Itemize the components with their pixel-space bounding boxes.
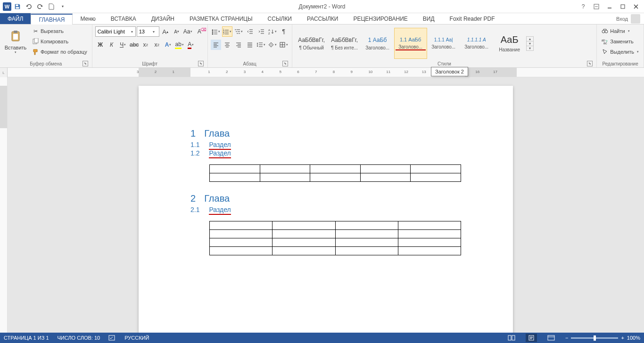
tab-review[interactable]: РЕЦЕНЗИРОВАНИЕ: [346, 13, 415, 24]
ruler-corner[interactable]: L: [0, 68, 8, 77]
tab-mailings[interactable]: РАССЫЛКИ: [299, 13, 346, 24]
tab-foxit[interactable]: Foxit Reader PDF: [442, 13, 503, 24]
font-color-button[interactable]: A: [186, 40, 196, 50]
read-mode-icon[interactable]: [506, 334, 517, 342]
align-left-button[interactable]: [211, 40, 221, 50]
styles-expand[interactable]: ▾: [527, 46, 533, 50]
grow-font-button[interactable]: A▴: [160, 26, 171, 37]
font-name-combo[interactable]: ▾: [95, 26, 136, 37]
zoom-in-button[interactable]: +: [621, 335, 624, 341]
tab-references[interactable]: ССЫЛКИ: [260, 13, 299, 24]
minimize-icon[interactable]: [603, 2, 616, 11]
bullets-button[interactable]: [211, 26, 221, 37]
paragraph-dialog-launcher[interactable]: ⬊: [282, 61, 288, 66]
tab-menu[interactable]: Меню: [73, 13, 103, 24]
new-doc-icon[interactable]: [46, 1, 57, 12]
document-canvas[interactable]: 1Глава 1.1Раздел 1.2Раздел 2Глава 2.1Раз…: [8, 77, 644, 333]
format-painter-button[interactable]: Формат по образцу: [30, 47, 89, 57]
cut-button[interactable]: ✂Вырезать: [30, 26, 89, 36]
decrease-indent-button[interactable]: [245, 26, 255, 37]
undo-icon[interactable]: [24, 1, 34, 12]
show-marks-button[interactable]: ¶: [279, 26, 289, 37]
style-item[interactable]: 1 АаБбЗаголово...: [361, 28, 394, 59]
strike-button[interactable]: abc: [129, 40, 140, 50]
change-case-button[interactable]: Aa: [183, 26, 193, 37]
numbering-button[interactable]: 123: [222, 26, 232, 37]
clipboard-dialog-launcher[interactable]: ⬊: [83, 61, 88, 66]
italic-button[interactable]: К: [107, 40, 117, 50]
zoom-slider[interactable]: [571, 337, 618, 339]
line-spacing-button[interactable]: [256, 40, 266, 50]
qat-more-icon[interactable]: ▾: [58, 1, 68, 12]
styles-scroll-down[interactable]: ▾: [527, 41, 533, 46]
bold-button[interactable]: Ж: [95, 40, 106, 50]
paste-button[interactable]: Вставить ▾: [3, 26, 28, 57]
web-layout-icon[interactable]: [545, 334, 557, 342]
find-button[interactable]: Найти▾: [600, 26, 641, 36]
print-layout-icon[interactable]: [526, 334, 537, 342]
svg-rect-0: [16, 4, 18, 6]
tab-insert[interactable]: ВСТАВКА: [103, 13, 144, 24]
zoom-out-button[interactable]: −: [565, 335, 568, 341]
maximize-icon[interactable]: [617, 2, 629, 11]
svg-rect-26: [548, 335, 554, 340]
heading-1[interactable]: 1Глава: [190, 128, 461, 139]
word-icon: W: [3, 2, 11, 11]
word-count[interactable]: ЧИСЛО СЛОВ: 10: [58, 335, 100, 341]
style-item[interactable]: АаБбВвГг,¶ Обычный: [295, 28, 328, 59]
close-icon[interactable]: [630, 2, 642, 11]
increase-indent-button[interactable]: [256, 26, 266, 37]
ribbon-options-icon[interactable]: [590, 2, 603, 11]
chevron-down-icon[interactable]: ▾: [129, 30, 135, 34]
vertical-ruler[interactable]: [0, 77, 8, 333]
horizontal-ruler[interactable]: 3211234567891011121314151617: [8, 68, 644, 77]
multilevel-button[interactable]: [233, 26, 244, 37]
tab-home[interactable]: ГЛАВНАЯ: [31, 14, 73, 24]
borders-button[interactable]: [279, 40, 289, 50]
shrink-font-button[interactable]: A▾: [172, 26, 182, 37]
copy-button[interactable]: Копировать: [30, 37, 89, 46]
sort-button[interactable]: AZ: [267, 26, 278, 37]
table[interactable]: [209, 221, 461, 255]
tab-view[interactable]: ВИД: [415, 13, 442, 24]
zoom-level[interactable]: 100%: [627, 335, 640, 341]
redo-icon[interactable]: [35, 1, 45, 12]
align-right-button[interactable]: [233, 40, 244, 50]
table[interactable]: [209, 164, 461, 182]
heading-1[interactable]: 2Глава: [190, 193, 461, 204]
styles-scroll-up[interactable]: ▴: [527, 37, 533, 41]
heading-2[interactable]: 2.1Раздел: [190, 206, 461, 213]
font-size-combo[interactable]: ▾: [137, 26, 159, 37]
style-item[interactable]: 1.1.1.1 АЗаголово...: [460, 28, 493, 59]
styles-dialog-launcher[interactable]: ⬊: [587, 61, 593, 66]
heading-2[interactable]: 1.2Раздел: [190, 149, 461, 157]
replace-button[interactable]: abacЗаменить: [600, 37, 641, 46]
justify-button[interactable]: [245, 40, 255, 50]
style-item[interactable]: 1.1 АаБбЗаголово...: [394, 28, 427, 59]
subscript-button[interactable]: x2: [140, 40, 151, 50]
tab-design[interactable]: ДИЗАЙН: [144, 13, 182, 24]
heading-2[interactable]: 1.1Раздел: [190, 141, 461, 148]
save-icon[interactable]: [12, 1, 23, 12]
font-dialog-launcher[interactable]: ⬊: [198, 61, 204, 66]
align-center-button[interactable]: [222, 40, 232, 50]
style-item[interactable]: АаБбВвГг,¶ Без инте...: [328, 28, 361, 59]
tab-layout[interactable]: РАЗМЕТКА СТРАНИЦЫ: [182, 13, 260, 24]
underline-button[interactable]: Ч: [118, 40, 128, 50]
page-indicator[interactable]: СТРАНИЦА 1 ИЗ 1: [4, 335, 49, 341]
highlight-button[interactable]: ab: [174, 40, 185, 50]
tab-file[interactable]: ФАЙЛ: [0, 13, 31, 24]
clear-format-button[interactable]: A⌫: [194, 26, 205, 37]
shading-button[interactable]: [267, 40, 278, 50]
superscript-button[interactable]: x2: [152, 40, 162, 50]
style-item[interactable]: 1.1.1 Аа|Заголово...: [427, 28, 460, 59]
style-item[interactable]: АаБНазвание: [493, 28, 526, 59]
text-effects-button[interactable]: A: [163, 40, 173, 50]
chevron-down-icon[interactable]: ▾: [150, 30, 157, 34]
svg-rect-5: [14, 31, 17, 33]
proofing-icon[interactable]: [108, 335, 116, 341]
help-icon[interactable]: ?: [577, 2, 589, 11]
login-button[interactable]: Вход: [616, 13, 644, 24]
language-indicator[interactable]: РУССКИЙ: [124, 335, 149, 341]
select-button[interactable]: Выделить▾: [600, 47, 641, 57]
